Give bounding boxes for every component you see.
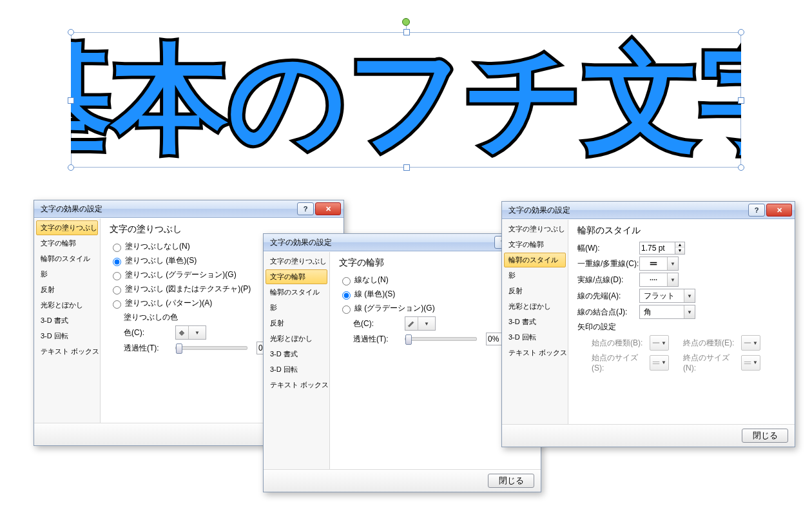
- help-button[interactable]: ?: [297, 202, 314, 215]
- fill-grad-label: 塗りつぶし (グラデーション)(G): [125, 269, 237, 281]
- outline-color-picker[interactable]: ▼: [405, 316, 436, 331]
- resize-handle-se[interactable]: [738, 164, 744, 171]
- fill-pattern-radio[interactable]: [113, 300, 121, 309]
- nav-reflect[interactable]: 反射: [266, 316, 327, 331]
- fill-grad-radio[interactable]: [113, 272, 121, 280]
- nav-glow[interactable]: 光彩とぼかし: [266, 331, 327, 346]
- slider-thumb[interactable]: [405, 334, 412, 345]
- nav-outline[interactable]: 文字の輪郭: [36, 236, 98, 251]
- fill-none-radio[interactable]: [113, 244, 121, 252]
- sidebar-outline: 文字の塗りつぶし 文字の輪郭 輪郭のスタイル 影 反射 光彩とぼかし 3-D 書…: [264, 252, 330, 469]
- nav-fill[interactable]: 文字の塗りつぶし: [36, 220, 98, 235]
- titlebar-style[interactable]: 文字の効果の設定 ? ✕: [502, 202, 795, 219]
- svg-text:基本のフチ文字: 基本のフチ文字: [71, 34, 741, 163]
- resize-handle-s[interactable]: [403, 164, 410, 171]
- nav-textbox[interactable]: テキスト ボックス: [266, 378, 327, 392]
- arrow-endsize-picker[interactable]: ▼: [741, 355, 760, 371]
- fill-color-picker[interactable]: ▼: [175, 325, 206, 340]
- fill-transparency-slider[interactable]: [175, 346, 247, 350]
- nav-3dformat[interactable]: 3-D 書式: [504, 314, 566, 329]
- nav-fill[interactable]: 文字の塗りつぶし: [504, 222, 566, 237]
- resize-handle-ne[interactable]: [738, 29, 744, 35]
- nav-reflect[interactable]: 反射: [36, 282, 98, 297]
- outline-none-radio[interactable]: [342, 277, 351, 285]
- resize-handle-sw[interactable]: [68, 164, 74, 171]
- outline-grad-radio[interactable]: [342, 305, 351, 314]
- fill-solid-radio[interactable]: [113, 258, 121, 266]
- fill-none-label: 塗りつぶしなし(N): [125, 240, 190, 253]
- outline-color-dd[interactable]: ▼: [418, 317, 435, 330]
- spin-down-icon[interactable]: ▼: [675, 248, 684, 254]
- style-heading: 輪郭のスタイル: [577, 225, 786, 237]
- nav-shadow[interactable]: 影: [504, 268, 566, 283]
- close-button[interactable]: ✕: [315, 202, 341, 215]
- compound-line-icon: [640, 257, 667, 270]
- outline-transparency-label: 透過性(T):: [353, 334, 405, 345]
- close-button-footer[interactable]: 閉じる: [488, 474, 534, 488]
- resize-handle-w[interactable]: [68, 97, 74, 104]
- nav-3dformat[interactable]: 3-D 書式: [266, 347, 327, 362]
- dialog-outline[interactable]: 文字の効果の設定 ? ✕ 文字の塗りつぶし 文字の輪郭 輪郭のスタイル 影 反射…: [263, 233, 541, 492]
- outline-solid-radio[interactable]: [342, 291, 351, 300]
- nav-3drot[interactable]: 3-D 回転: [36, 329, 98, 343]
- close-button[interactable]: ✕: [766, 204, 792, 217]
- arrow-endtype-label: 終点の種類(E):: [683, 338, 741, 349]
- fill-texture-radio[interactable]: [113, 286, 121, 295]
- style-width-label: 幅(W):: [577, 243, 639, 254]
- nav-glow[interactable]: 光彩とぼかし: [36, 298, 98, 313]
- fill-texture-label: 塗りつぶし (図またはテクスチャ)(P): [125, 283, 251, 295]
- nav-style[interactable]: 輪郭のスタイル: [504, 253, 566, 267]
- slider-thumb[interactable]: [176, 343, 182, 354]
- rotation-handle[interactable]: [402, 18, 410, 26]
- outline-solid-label: 線 (単色)(S): [354, 288, 395, 300]
- wordart-text[interactable]: 基本のフチ文字: [71, 32, 741, 168]
- nav-shadow[interactable]: 影: [36, 267, 98, 282]
- nav-3drot[interactable]: 3-D 回転: [266, 362, 327, 377]
- style-join-dd[interactable]: 角 ▼: [639, 305, 695, 319]
- sidebar-fill: 文字の塗りつぶし 文字の輪郭 輪郭のスタイル 影 反射 光彩とぼかし 3-D 書…: [34, 218, 101, 423]
- fill-color-dd[interactable]: ▼: [188, 326, 206, 339]
- nav-3dformat[interactable]: 3-D 書式: [36, 313, 98, 328]
- help-button[interactable]: ?: [748, 204, 765, 217]
- style-width-value[interactable]: [639, 242, 675, 255]
- titlebar-outline[interactable]: 文字の効果の設定 ? ✕: [264, 234, 541, 251]
- resize-handle-n[interactable]: [403, 29, 410, 35]
- nav-style[interactable]: 輪郭のスタイル: [266, 285, 327, 300]
- style-join-label: 線の結合点(J):: [577, 307, 639, 318]
- fill-pattern-label: 塗りつぶし (パターン)(A): [125, 297, 212, 309]
- nav-textbox[interactable]: テキスト ボックス: [504, 345, 566, 360]
- nav-fill[interactable]: 文字の塗りつぶし: [266, 254, 327, 269]
- resize-handle-e[interactable]: [738, 97, 744, 104]
- nav-textbox[interactable]: テキスト ボックス: [36, 344, 98, 359]
- outline-color-label: 色(C):: [353, 318, 405, 329]
- arrow-endtype-picker[interactable]: ▼: [741, 335, 760, 351]
- dialog-style[interactable]: 文字の効果の設定 ? ✕ 文字の塗りつぶし 文字の輪郭 輪郭のスタイル 影 反射…: [501, 201, 795, 447]
- nav-3drot[interactable]: 3-D 回転: [504, 330, 566, 345]
- nav-style[interactable]: 輪郭のスタイル: [36, 251, 98, 266]
- arrow-begintype-picker[interactable]: ▼: [650, 335, 669, 351]
- fill-solid-label: 塗りつぶし (単色)(S): [125, 255, 197, 267]
- arrow-endsize-label: 終点のサイズ(N):: [683, 353, 741, 372]
- nav-glow[interactable]: 光彩とぼかし: [504, 299, 566, 314]
- nav-outline[interactable]: 文字の輪郭: [504, 237, 566, 252]
- titlebar-fill[interactable]: 文字の効果の設定 ? ✕: [34, 200, 343, 218]
- close-button-footer[interactable]: 閉じる: [742, 429, 788, 443]
- outline-transparency-slider[interactable]: [405, 337, 477, 341]
- style-cap-dd[interactable]: フラット ▼: [639, 289, 695, 303]
- resize-handle-nw[interactable]: [68, 29, 74, 35]
- style-width-spin[interactable]: ▲▼: [639, 242, 685, 255]
- spin-up-icon[interactable]: ▲: [675, 242, 684, 248]
- sidebar-style: 文字の塗りつぶし 文字の輪郭 輪郭のスタイル 影 反射 光彩とぼかし 3-D 書…: [502, 220, 568, 424]
- dialog-title: 文字の効果の設定: [41, 204, 296, 215]
- style-cap-value: フラット: [640, 289, 684, 302]
- nav-reflect[interactable]: 反射: [504, 284, 566, 298]
- arrow-begintype-label: 始点の種類(B):: [592, 338, 650, 349]
- nav-shadow[interactable]: 影: [266, 300, 327, 315]
- style-compound-dd[interactable]: ▼: [639, 256, 679, 271]
- arrow-beginsize-picker[interactable]: ▼: [650, 355, 669, 371]
- arrow-beginsize-label: 始点のサイズ(S):: [592, 353, 650, 372]
- style-dash-dd[interactable]: ▼: [639, 273, 679, 287]
- nav-outline[interactable]: 文字の輪郭: [266, 269, 327, 284]
- outline-grad-label: 線 (グラデーション)(G): [354, 302, 435, 314]
- dashed-line-icon: [640, 273, 667, 286]
